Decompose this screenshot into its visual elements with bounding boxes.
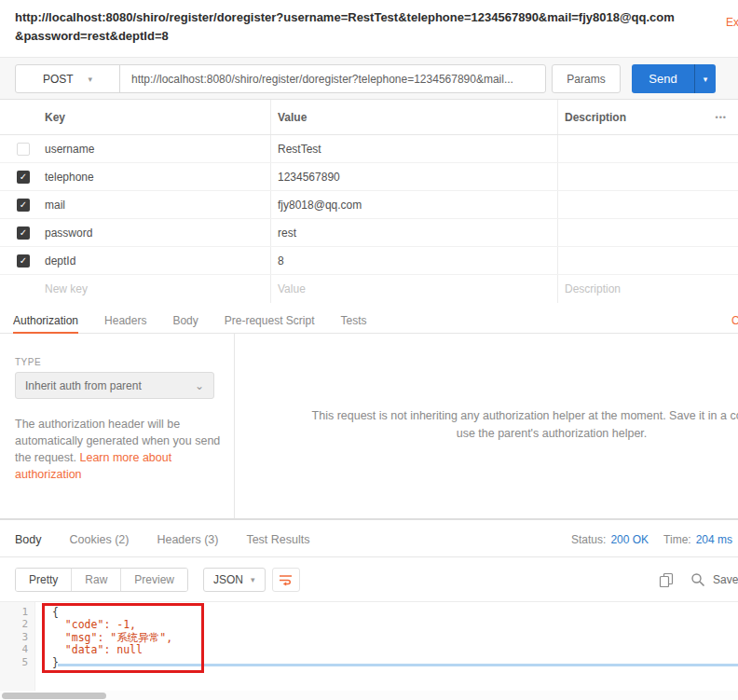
inherit-auth-message-line1: This request is not inheriting any autho…	[235, 407, 738, 425]
url-input[interactable]: http://localhost:8080/shiro/register/dor…	[120, 65, 545, 92]
request-url-line2: &password=rest&deptId=8	[15, 27, 723, 46]
line-number: 3	[0, 631, 28, 643]
column-header-description: Description	[565, 111, 626, 124]
table-row: ✓ telephone 1234567890	[0, 163, 738, 191]
raw-button[interactable]: Raw	[71, 569, 120, 591]
code-line: 4 "data": null	[0, 643, 738, 656]
send-button-label[interactable]: Send	[632, 64, 694, 93]
authorization-sidebar: TYPE Inherit auth from parent ⌄ The auth…	[0, 334, 235, 518]
param-value[interactable]: 1234567890	[278, 171, 340, 184]
param-value[interactable]: 8	[278, 254, 284, 268]
search-icon	[690, 572, 705, 587]
new-key-input[interactable]: New key	[45, 282, 88, 295]
row-checkbox[interactable]: ✓	[17, 199, 30, 212]
column-header-value: Value	[278, 111, 307, 124]
request-tabs: Authorization Headers Body Pre-request S…	[0, 308, 738, 334]
response-toolbar: Pretty Raw Preview JSON ▾ Save	[0, 557, 738, 602]
wrap-lines-button[interactable]	[272, 568, 300, 592]
scrollbar-thumb[interactable]	[2, 693, 106, 699]
code-line: 5 }	[0, 656, 738, 669]
response-status-area: Status: 200 OK Time: 204 ms	[556, 522, 732, 556]
param-value[interactable]: RestTest	[278, 143, 321, 156]
response-tabs: Body Cookies (2) Headers (3) Test Result…	[0, 522, 738, 557]
check-icon: ✓	[20, 255, 27, 266]
check-icon: ✓	[20, 199, 27, 210]
view-mode-group: Pretty Raw Preview	[15, 568, 188, 592]
wrap-lines-icon	[279, 573, 294, 586]
auth-help-text: The authorization header will be automat…	[15, 416, 222, 483]
examples-link[interactable]: Examples	[726, 16, 738, 29]
auth-type-select[interactable]: Inherit auth from parent ⌄	[15, 372, 214, 399]
status-value: 200 OK	[610, 533, 649, 546]
param-key[interactable]: username	[45, 143, 94, 156]
tab-body[interactable]: Body	[172, 308, 198, 333]
table-row: ✓ deptId 8	[0, 247, 738, 275]
line-number: 1	[0, 606, 28, 618]
pretty-button[interactable]: Pretty	[16, 569, 71, 591]
check-icon: ✓	[20, 227, 27, 238]
row-checkbox[interactable]: ✓	[17, 254, 30, 268]
line-number: 2	[0, 618, 28, 630]
table-row: ✓ password rest	[0, 219, 738, 247]
table-options-icon[interactable]: •••	[716, 113, 727, 122]
response-tab-cookies[interactable]: Cookies (2)	[70, 533, 130, 546]
row-checkbox[interactable]: ✓	[17, 226, 30, 240]
auth-type-value: Inherit auth from parent	[25, 379, 142, 392]
request-url-title: http://localhost:8080/shiro/register/dor…	[15, 8, 723, 46]
cursor-line-highlight	[58, 664, 738, 666]
request-builder-bar: POST ▾ http://localhost:8080/shiro/regis…	[0, 57, 738, 100]
chevron-down-icon: ⌄	[195, 379, 204, 392]
method-dropdown[interactable]: POST ▾	[16, 65, 120, 92]
line-number: 4	[0, 643, 28, 655]
param-key[interactable]: telephone	[45, 171, 94, 184]
params-button[interactable]: Params	[552, 64, 621, 93]
chevron-down-icon: ▾	[89, 75, 93, 84]
param-value[interactable]: rest	[278, 226, 296, 240]
status-label: Status:	[571, 533, 606, 546]
response-body-editor[interactable]: 1 { 2 "code": -1, 3 "msg": "系统异常", 4 "da…	[0, 602, 738, 691]
tab-tests[interactable]: Tests	[340, 308, 366, 333]
authorization-panel: TYPE Inherit auth from parent ⌄ The auth…	[0, 334, 738, 520]
save-response-button[interactable]: Save Response	[713, 568, 738, 592]
copy-button[interactable]	[658, 571, 675, 588]
send-button[interactable]: Send ▾	[632, 64, 716, 93]
code-line: 1 {	[0, 606, 738, 619]
auth-type-label: TYPE	[15, 357, 41, 367]
table-row-new: New key Value Description	[0, 275, 738, 303]
response-tab-test-results[interactable]: Test Results	[246, 533, 309, 546]
code-line: 3 "msg": "系统异常",	[0, 631, 738, 644]
response-tab-headers[interactable]: Headers (3)	[157, 533, 218, 546]
tab-headers[interactable]: Headers	[104, 308, 146, 333]
copy-icon	[659, 572, 674, 587]
new-description-input[interactable]: Description	[565, 282, 621, 295]
new-value-input[interactable]: Value	[278, 282, 306, 295]
send-options-caret[interactable]: ▾	[694, 64, 716, 93]
url-box: POST ▾ http://localhost:8080/shiro/regis…	[15, 64, 546, 93]
param-key[interactable]: password	[45, 226, 92, 240]
cookies-code-link[interactable]: Cookies Code	[731, 314, 738, 327]
column-header-key: Key	[45, 111, 65, 124]
inherit-auth-message-line2: use the parent's authorization helper.	[235, 425, 738, 443]
response-tab-body[interactable]: Body	[15, 533, 42, 546]
row-checkbox[interactable]: ✓	[17, 171, 30, 184]
method-label: POST	[43, 73, 74, 86]
chevron-down-icon: ▾	[251, 575, 255, 584]
horizontal-scrollbar	[0, 691, 738, 700]
preview-button[interactable]: Preview	[120, 569, 187, 591]
search-button[interactable]	[690, 571, 706, 588]
param-key[interactable]: deptId	[45, 254, 75, 268]
check-icon: ✓	[20, 172, 27, 182]
time-label: Time:	[663, 533, 691, 546]
request-url-line1: http://localhost:8080/shiro/register/dor…	[15, 8, 723, 27]
row-checkbox[interactable]	[17, 143, 30, 156]
param-value[interactable]: fjy8018@qq.com	[278, 199, 362, 212]
tab-authorization[interactable]: Authorization	[13, 308, 78, 333]
table-row: ✓ mail fjy8018@qq.com	[0, 191, 738, 219]
tab-prerequest-script[interactable]: Pre-request Script	[225, 308, 315, 333]
inherit-auth-message: This request is not inheriting any autho…	[235, 407, 738, 443]
code-line: 2 "code": -1,	[0, 618, 738, 631]
param-key[interactable]: mail	[45, 199, 65, 212]
format-select[interactable]: JSON ▾	[203, 568, 266, 592]
params-table: Key Value Description ••• username RestT…	[0, 100, 738, 308]
chevron-down-icon: ▾	[704, 75, 708, 84]
